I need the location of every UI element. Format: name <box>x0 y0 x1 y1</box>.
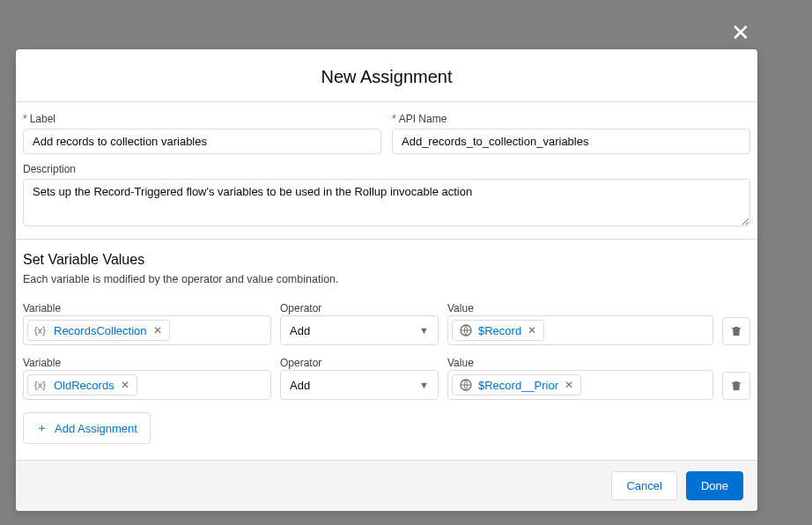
value-col-label: Value <box>447 357 474 369</box>
variable-icon: {x} <box>33 377 49 393</box>
variable-pill-text: OldRecords <box>54 379 114 392</box>
add-assignment-label: Add Assignment <box>55 422 137 435</box>
value-pill-text: $Record <box>478 324 521 337</box>
add-assignment-button[interactable]: ＋ Add Assignment <box>23 412 151 444</box>
remove-pill-icon[interactable]: ✕ <box>526 324 538 336</box>
cancel-button[interactable]: Cancel <box>611 471 676 500</box>
variable-input[interactable]: {x} OldRecords ✕ <box>23 370 271 400</box>
globe-icon <box>458 377 474 393</box>
value-pill-text: $Record__Prior <box>478 379 558 392</box>
trash-icon <box>730 325 742 337</box>
delete-row-button[interactable] <box>722 317 750 345</box>
remove-pill-icon[interactable]: ✕ <box>119 379 131 391</box>
remove-pill-icon[interactable]: ✕ <box>563 379 575 391</box>
assignment-row: Variable {x} RecordsCollection ✕ Operato… <box>23 299 750 345</box>
operator-value: Add <box>290 379 310 392</box>
value-input[interactable]: $Record__Prior ✕ <box>447 370 713 400</box>
operator-select[interactable]: Add ▼ <box>280 315 439 345</box>
globe-icon <box>458 322 474 338</box>
svg-text:{x}: {x} <box>34 380 46 390</box>
description-field-label: Description <box>23 163 750 175</box>
done-button[interactable]: Done <box>686 471 743 500</box>
operator-select[interactable]: Add ▼ <box>280 370 439 400</box>
value-col-label: Value <box>447 302 474 314</box>
chevron-down-icon: ▼ <box>419 325 429 336</box>
api-name-input[interactable] <box>392 129 750 154</box>
new-assignment-modal: New Assignment Label API Name Descriptio… <box>16 49 757 511</box>
close-icon[interactable]: ✕ <box>731 21 750 44</box>
remove-pill-icon[interactable]: ✕ <box>151 324 164 336</box>
modal-footer: Cancel Done <box>16 460 757 511</box>
variable-col-label: Variable <box>23 357 61 369</box>
label-field-label: Label <box>23 113 381 125</box>
operator-col-label: Operator <box>280 357 321 369</box>
variable-icon: {x} <box>33 322 49 338</box>
chevron-down-icon: ▼ <box>419 380 429 390</box>
set-variable-values-sub: Each variable is modified by the operato… <box>23 273 750 285</box>
modal-title: New Assignment <box>16 67 757 87</box>
variable-col-label: Variable <box>23 302 61 314</box>
assignment-row: Variable {x} OldRecords ✕ Operator Add ▼ <box>23 354 750 400</box>
set-variable-values-title: Set Variable Values <box>23 252 750 268</box>
api-name-field-label: API Name <box>392 113 750 125</box>
modal-body: Label API Name Description Set Variable … <box>16 102 757 460</box>
variable-pill-text: RecordsCollection <box>54 324 147 337</box>
plus-icon: ＋ <box>36 420 48 436</box>
modal-header: New Assignment <box>16 49 757 102</box>
label-input[interactable] <box>23 129 381 154</box>
delete-row-button[interactable] <box>722 372 750 400</box>
svg-text:{x}: {x} <box>34 325 46 336</box>
operator-col-label: Operator <box>280 302 321 314</box>
trash-icon <box>730 380 742 392</box>
value-input[interactable]: $Record ✕ <box>447 315 713 345</box>
operator-value: Add <box>290 324 310 337</box>
description-input[interactable] <box>23 179 750 226</box>
variable-input[interactable]: {x} RecordsCollection ✕ <box>23 315 271 345</box>
